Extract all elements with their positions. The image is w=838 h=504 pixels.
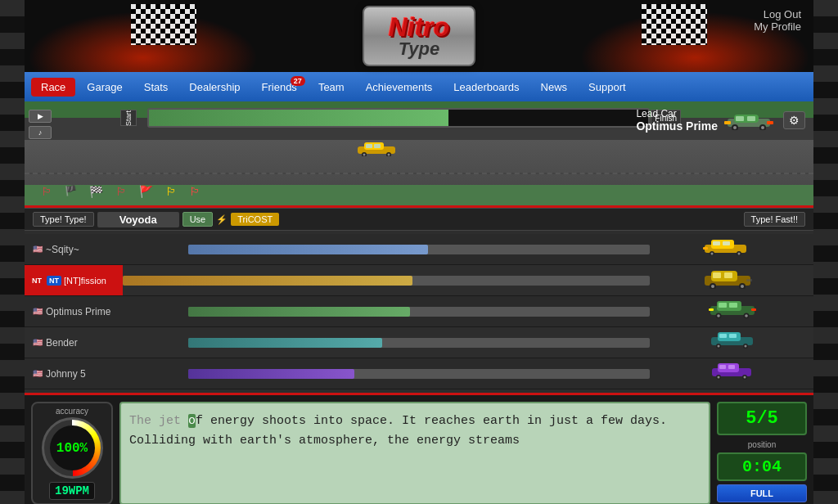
svg-point-17 xyxy=(387,154,390,156)
racer-progress-johnny5 xyxy=(188,369,650,379)
track-controls: ▶ ♪ xyxy=(29,110,52,139)
svg-rect-2 xyxy=(736,116,744,121)
racer-row-optimus: 🇺🇸 Optimus Prime xyxy=(25,296,813,327)
racer-row-ntfission: NT NT [NT]fission xyxy=(25,265,813,296)
speedometer: accuracy 100% 19WPM xyxy=(31,402,113,504)
svg-point-34 xyxy=(741,285,744,288)
racer-car-optimus xyxy=(709,299,756,318)
position-display: 5/5 xyxy=(717,402,807,435)
profile-link[interactable]: My Profile xyxy=(754,20,801,33)
racer-progress-bender xyxy=(188,338,650,348)
racer-row-bender: 🇺🇸 Bender xyxy=(25,327,813,358)
friends-badge: 27 xyxy=(291,76,305,86)
logo-type: Type xyxy=(389,40,450,58)
svg-point-5 xyxy=(733,126,737,129)
type-prompt-left: Type! Type! xyxy=(33,212,94,227)
svg-rect-30 xyxy=(724,272,732,278)
right-panel: 5/5 position 0:04 FULL FULL FULL ⬛ ↩ ▬ xyxy=(717,402,807,504)
main-wrapper: Nitro Type Log Out My Profile Race Garag… xyxy=(25,0,813,504)
racer-car-bender xyxy=(710,331,755,349)
nitro-button-1[interactable]: FULL xyxy=(717,484,807,502)
nt-badge-blue: NT xyxy=(47,276,61,286)
svg-point-25 xyxy=(738,253,741,255)
nav-item-team[interactable]: Team xyxy=(309,78,354,97)
svg-rect-57 xyxy=(728,365,735,369)
race-status-bar: Type! Type! Voyoda Use ⚡ TriCOST Type! F… xyxy=(25,208,813,231)
svg-rect-56 xyxy=(719,365,726,369)
word-display: Voyoda xyxy=(97,212,179,227)
race-progress-bar: Start Finish xyxy=(147,108,650,128)
svg-point-43 xyxy=(745,314,748,317)
typed-text: The jet xyxy=(129,414,188,428)
speed-gauge: 100% xyxy=(42,417,103,479)
nav-item-leaderboards[interactable]: Leaderboards xyxy=(444,78,529,97)
cost-display: TriCOST xyxy=(231,213,279,226)
racers-section: 🇺🇸 ~Sqity~ NT NT [NT]fission xyxy=(25,231,813,393)
svg-rect-45 xyxy=(751,308,756,311)
svg-point-32 xyxy=(711,285,714,288)
racer-progress-ntfission xyxy=(123,276,650,286)
nav-item-race[interactable]: Race xyxy=(31,78,75,97)
svg-rect-21 xyxy=(723,241,730,245)
racer-progress-optimus xyxy=(188,307,650,317)
svg-point-15 xyxy=(363,154,365,156)
racer-car-ntfission xyxy=(703,268,752,289)
track-cars xyxy=(25,140,813,177)
progress-bar-fill xyxy=(149,110,448,126)
racer-name-optimus: 🇺🇸 Optimus Prime xyxy=(25,306,188,317)
type-prompt-right: Type! Fast!! xyxy=(744,212,805,227)
racer-car-sqity xyxy=(703,237,748,255)
nt-badge: NT xyxy=(29,276,44,286)
nav-item-news[interactable]: News xyxy=(531,78,578,97)
lead-car-label: Lead Car xyxy=(636,108,718,119)
tire-border-right xyxy=(813,0,838,504)
track-grass-bottom: 🏳 🏴 🏁 🏳 🚩 🏳 🏳 xyxy=(25,185,813,205)
racer-name-bender: 🇺🇸 Bender xyxy=(25,337,188,349)
nitro-buttons: FULL FULL FULL xyxy=(717,484,807,504)
settings-button[interactable]: ⚙ xyxy=(783,111,805,129)
logo-shield: Nitro Type xyxy=(363,6,476,66)
lead-car-info: Lead Car Optimus Prime ⚙ xyxy=(636,108,805,133)
svg-point-53 xyxy=(745,345,747,348)
nav-item-achievements[interactable]: Achievements xyxy=(356,78,443,97)
progress-start-label: Start xyxy=(120,110,137,126)
accuracy-label: accuracy xyxy=(56,407,88,416)
racer-name-johnny5: 🇺🇸 Johnny 5 xyxy=(25,368,188,380)
svg-point-61 xyxy=(744,376,746,379)
track-ctrl-1[interactable]: ▶ xyxy=(29,110,52,123)
svg-rect-13 xyxy=(374,144,381,148)
svg-point-41 xyxy=(717,314,720,317)
nav-item-garage[interactable]: Garage xyxy=(77,78,132,97)
current-char: o xyxy=(188,414,196,428)
svg-rect-49 xyxy=(729,334,737,338)
svg-point-7 xyxy=(761,126,764,129)
svg-rect-29 xyxy=(713,272,721,278)
nav-item-stats[interactable]: Stats xyxy=(134,78,178,97)
svg-rect-26 xyxy=(703,247,708,250)
svg-rect-8 xyxy=(724,121,731,124)
nav-item-dealership[interactable]: Dealership xyxy=(179,78,250,97)
svg-rect-39 xyxy=(729,303,737,308)
navbar: Race Garage Stats Dealership Friends 27 … xyxy=(25,72,813,101)
logo-nitro: Nitro xyxy=(389,14,450,40)
text-display-area[interactable]: The jet of energy shoots into space. It … xyxy=(119,402,710,504)
lead-car-name: Optimus Prime xyxy=(636,119,718,133)
svg-rect-20 xyxy=(713,241,720,245)
svg-rect-12 xyxy=(366,144,372,148)
accuracy-value: 100% xyxy=(56,441,88,456)
nav-item-friends[interactable]: Friends 27 xyxy=(252,78,307,97)
tire-border-left xyxy=(0,0,25,504)
logo-container: Nitro Type xyxy=(41,6,797,66)
logout-link[interactable]: Log Out xyxy=(754,8,801,20)
svg-point-59 xyxy=(718,376,720,379)
remaining-text: f energy shoots into space. It reaches e… xyxy=(129,414,667,448)
top-right-links: Log Out My Profile xyxy=(754,8,801,33)
svg-rect-3 xyxy=(747,116,755,121)
nav-item-support[interactable]: Support xyxy=(579,78,636,97)
track-ctrl-2[interactable]: ♪ xyxy=(29,126,52,139)
header: Nitro Type Log Out My Profile xyxy=(25,0,813,72)
racer-row-johnny5: 🇺🇸 Johnny 5 xyxy=(25,358,813,389)
use-button[interactable]: Use xyxy=(182,212,214,227)
wpm-display: 19WPM xyxy=(49,482,95,500)
svg-point-23 xyxy=(711,253,714,255)
